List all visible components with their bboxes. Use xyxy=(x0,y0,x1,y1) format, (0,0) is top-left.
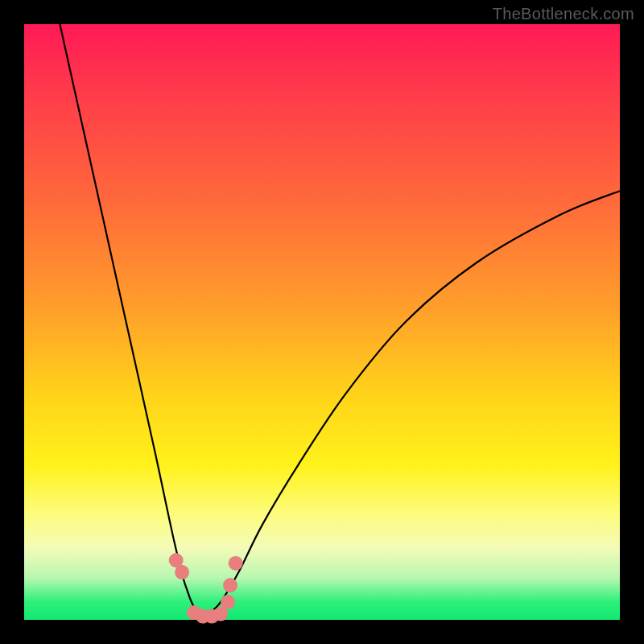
plot-area xyxy=(24,24,620,620)
highlight-dot xyxy=(223,578,237,592)
highlight-dots xyxy=(169,553,243,624)
bottleneck-curve xyxy=(60,24,620,620)
watermark-text: TheBottleneck.com xyxy=(493,5,634,23)
highlight-dot xyxy=(221,595,235,609)
highlight-dot xyxy=(229,556,243,571)
curve-svg xyxy=(24,24,620,620)
chart-frame: TheBottleneck.com xyxy=(0,0,644,644)
highlight-dot xyxy=(175,565,189,580)
